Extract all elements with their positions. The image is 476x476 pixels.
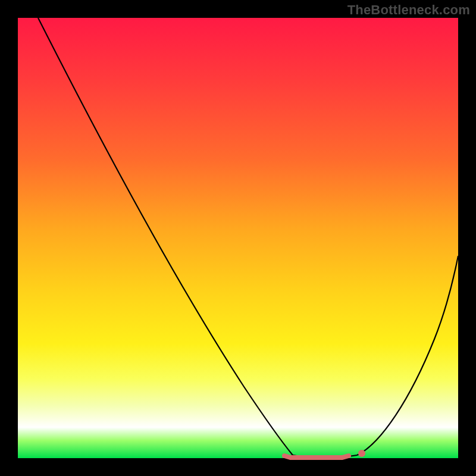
chart-frame: TheBottleneck.com <box>0 0 476 476</box>
plot-area <box>18 18 458 458</box>
sweet-spot-highlight <box>284 456 349 458</box>
attribution-text: TheBottleneck.com <box>347 2 470 18</box>
curve-left-branch <box>38 18 293 455</box>
marker-dot <box>358 450 365 457</box>
curve-right-branch <box>357 256 458 455</box>
bottleneck-curve <box>18 18 458 458</box>
